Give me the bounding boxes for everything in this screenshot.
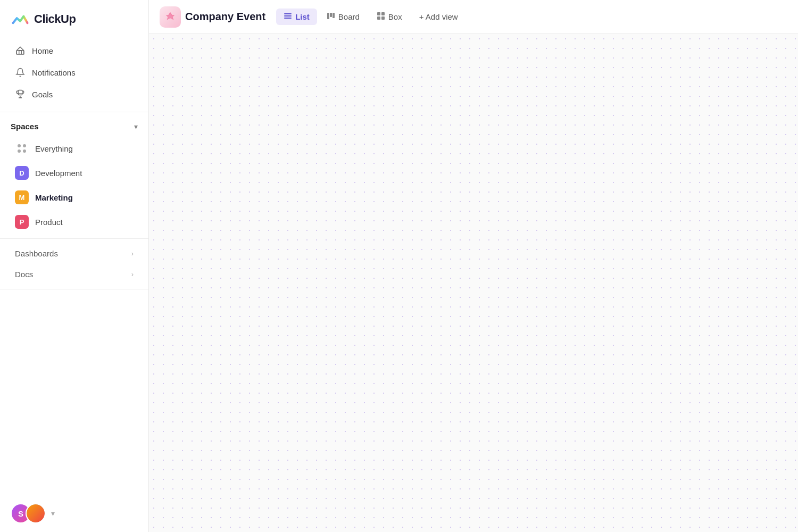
sidebar-item-goals[interactable]: Goals [4,84,144,105]
product-avatar: P [15,215,29,229]
svg-rect-4 [284,18,292,19]
svg-rect-6 [330,13,332,17]
clickup-logo-icon [11,10,30,29]
tab-list[interactable]: List [276,9,317,25]
sidebar-item-product[interactable]: P Product [4,210,144,234]
project-title: Company Event [185,11,265,23]
docs-label: Docs [15,270,33,279]
chevron-down-icon: ▾ [134,122,138,131]
marketing-label: Marketing [35,193,73,202]
user-dropdown-icon[interactable]: ▾ [51,509,55,518]
sidebar-item-home[interactable]: Home [4,40,144,61]
tab-board[interactable]: Board [319,9,367,25]
add-view-label: + Add view [419,12,458,21]
user-area[interactable]: S ▾ [0,495,148,532]
chevron-right-icon: › [131,250,134,257]
tab-board-label: Board [338,12,360,21]
svg-rect-9 [381,12,385,15]
spaces-header[interactable]: Spaces ▾ [0,117,148,136]
svg-rect-8 [377,12,380,15]
sidebar-item-everything[interactable]: Everything [4,137,144,160]
sidebar-item-docs[interactable]: Docs › [4,264,144,284]
svg-rect-3 [284,15,292,16]
list-icon [284,12,292,22]
avatar-group: S [11,503,46,523]
everything-dots-icon [15,142,29,155]
goals-label: Goals [32,90,53,99]
development-avatar: D [15,166,29,180]
notifications-label: Notifications [32,68,76,77]
svg-rect-7 [332,13,335,18]
tab-box-label: Box [388,12,402,21]
logo-area[interactable]: ClickUp [0,0,148,37]
marketing-avatar: M [15,190,29,204]
board-icon [327,12,335,22]
divider-3 [0,289,148,289]
chevron-right-icon-docs: › [131,270,134,278]
svg-rect-10 [377,16,380,20]
sidebar-item-notifications[interactable]: Notifications [4,62,144,83]
sidebar-item-dashboards[interactable]: Dashboards › [4,244,144,263]
svg-rect-11 [381,16,385,20]
development-label: Development [35,169,82,178]
sidebar-item-marketing[interactable]: M Marketing [4,186,144,209]
add-view-button[interactable]: + Add view [412,9,466,24]
trophy-icon [15,89,26,99]
product-label: Product [35,218,63,227]
home-icon [15,45,26,56]
divider-2 [0,238,148,239]
svg-rect-0 [16,51,24,54]
content-area [149,34,798,532]
sidebar-nav: Home Notifications Goals [0,37,148,107]
sidebar-item-development[interactable]: D Development [4,161,144,185]
project-icon [160,6,181,28]
everything-label: Everything [35,144,73,153]
dashboards-label: Dashboards [15,249,58,258]
svg-rect-5 [327,13,329,19]
tab-box[interactable]: Box [369,9,410,25]
divider-1 [0,112,148,112]
svg-rect-2 [284,13,292,14]
logo-text: ClickUp [34,12,76,26]
avatar-secondary [26,503,46,523]
sidebar: ClickUp Home Notifications [0,0,149,532]
spaces-title: Spaces [11,122,39,131]
topbar: Company Event List [149,0,798,34]
main-content: Company Event List [149,0,798,532]
home-label: Home [32,46,53,55]
view-tabs: List Board [276,9,466,25]
box-icon [377,12,385,22]
svg-rect-1 [18,90,22,95]
bell-icon [15,67,26,78]
tab-list-label: List [295,12,310,21]
